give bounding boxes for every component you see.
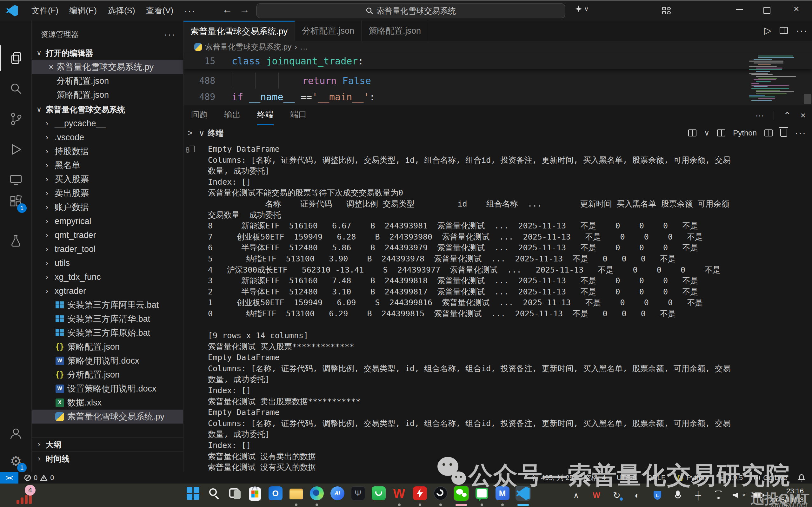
tree-item[interactable]: › {} W X 索普量化雪球交易系统.py bbox=[32, 410, 183, 424]
editor-tab[interactable]: {} 索普量化雪球交易系统.py × bbox=[183, 21, 295, 41]
tree-item[interactable]: › {} W X 账户数据 bbox=[32, 200, 183, 214]
taskbar-app-button[interactable] bbox=[182, 484, 203, 507]
taskbar-app-button[interactable] bbox=[203, 484, 224, 507]
activity-run-debug-button[interactable] bbox=[0, 137, 32, 162]
editor-more-actions-button[interactable]: ··· bbox=[796, 25, 808, 36]
settings-button[interactable]: ⚙ 1 bbox=[0, 448, 32, 474]
activity-search-button[interactable] bbox=[0, 76, 32, 101]
scrollbar-handle[interactable] bbox=[804, 94, 811, 104]
launch-profile-chevron-icon[interactable]: ∨ bbox=[704, 128, 710, 137]
panel-tab[interactable]: 输出 bbox=[224, 105, 240, 125]
close-icon[interactable]: × bbox=[46, 62, 56, 72]
tree-item[interactable]: › {} W X 数据.xlsx bbox=[32, 396, 183, 410]
menu-item[interactable]: 编辑(E) bbox=[64, 3, 102, 18]
open-editors-header[interactable]: ∨打开的编辑器 bbox=[32, 46, 183, 60]
panel-more-actions-button[interactable]: ··· bbox=[755, 110, 764, 121]
customize-layout-button[interactable] bbox=[662, 7, 671, 14]
nav-forward-button[interactable]: → bbox=[237, 4, 252, 15]
tree-item[interactable]: › {} W X utils bbox=[32, 256, 183, 270]
panel-nav-chevron-icon[interactable]: > bbox=[188, 128, 193, 137]
outline-section[interactable]: ›大纲 bbox=[32, 437, 183, 451]
menu-item[interactable]: 文件(F) bbox=[26, 3, 64, 18]
kill-terminal-button[interactable] bbox=[780, 129, 787, 137]
terminal-dropdown[interactable]: ∨终端 bbox=[199, 128, 223, 138]
activity-testing-button[interactable] bbox=[0, 228, 32, 253]
tree-item[interactable]: › {} W X 持股数据 bbox=[32, 145, 183, 158]
sidebar-more-button[interactable]: ··· bbox=[164, 29, 175, 40]
menu-more-button[interactable]: ··· bbox=[179, 3, 201, 18]
taskbar-app-button[interactable] bbox=[286, 484, 306, 507]
tree-item[interactable]: › {} W X 黑名单 bbox=[32, 158, 183, 172]
window-minimize-button[interactable] bbox=[736, 9, 743, 10]
taskbar-app-button[interactable]: Ψ bbox=[347, 484, 368, 507]
tree-item[interactable]: › {} W X 安装第三方库清华.bat bbox=[32, 312, 183, 326]
open-editor-item[interactable]: × {} 分析配置.json bbox=[32, 74, 183, 88]
tree-item[interactable]: › {} W X trader_tool bbox=[32, 242, 183, 256]
editor-tab[interactable]: {} 策略配置.json × bbox=[362, 21, 428, 41]
activity-explorer-button[interactable] bbox=[0, 45, 32, 71]
run-python-file-button[interactable]: ▷ bbox=[764, 25, 771, 36]
taskbar-app-button[interactable] bbox=[224, 484, 245, 507]
sticky-scroll-line[interactable]: 15 class joinquant_trader: bbox=[183, 53, 812, 69]
problems-status[interactable]: 0 0 bbox=[24, 474, 54, 482]
tree-item[interactable]: › {} W X xgtrader bbox=[32, 284, 183, 298]
open-editor-item[interactable]: × {} 策略配置.json bbox=[32, 88, 183, 102]
menu-item[interactable]: 选择(S) bbox=[102, 3, 141, 18]
remote-indicator[interactable]: >< bbox=[0, 472, 18, 484]
code-line-489[interactable]: 489 if __name__ =='__main__': bbox=[183, 89, 812, 105]
widgets-button[interactable]: 4 bbox=[15, 486, 44, 505]
terminal-output[interactable]: Empty DataFrame Columns: [名称, 证券代码, 调整比例… bbox=[208, 144, 805, 473]
tree-item[interactable]: › {} W X empyrical bbox=[32, 214, 183, 228]
tree-item[interactable]: › {} W X 买入股票 bbox=[32, 172, 183, 186]
panel-tab[interactable]: 问题 bbox=[191, 105, 208, 125]
window-maximize-button[interactable] bbox=[763, 7, 770, 14]
activity-extensions-button[interactable]: 1 bbox=[0, 189, 32, 214]
code-line-488[interactable]: 488 return False bbox=[183, 73, 812, 89]
tree-item[interactable]: › {} W X .vscode bbox=[32, 130, 183, 145]
tree-item[interactable]: › {} W X 安装第三方库阿里云.bat bbox=[32, 298, 183, 312]
split-terminal-button[interactable] bbox=[764, 129, 773, 136]
terminal-more-actions-button[interactable]: ··· bbox=[795, 127, 806, 138]
taskbar-app-button[interactable] bbox=[245, 484, 265, 507]
tree-item[interactable]: › {} W X 卖出股票 bbox=[32, 186, 183, 200]
tree-item[interactable]: › {} W X 安装第三方库原始.bat bbox=[32, 326, 183, 340]
taskbar-app-button[interactable]: AI bbox=[327, 484, 347, 507]
account-button[interactable] bbox=[0, 421, 32, 446]
project-section-header[interactable]: ∨索普量化雪球交易系统 bbox=[32, 103, 183, 116]
activity-source-control-button[interactable] bbox=[0, 106, 32, 132]
bell-icon[interactable] bbox=[798, 474, 805, 482]
tree-item[interactable]: › {} W X 分析配置.json bbox=[32, 368, 183, 382]
terminal-profile-label[interactable]: Python bbox=[733, 128, 757, 137]
command-center-search[interactable]: 索普量化雪球交易系统 bbox=[257, 3, 565, 18]
code-editor[interactable]: 15 class joinquant_trader: 488 return Fa… bbox=[183, 53, 812, 105]
menu-item[interactable]: 查看(V) bbox=[141, 3, 179, 18]
tree-item[interactable]: › {} W X __pycache__ bbox=[32, 116, 183, 130]
taskbar-app-button[interactable] bbox=[306, 484, 327, 507]
breadcrumb-more[interactable]: … bbox=[300, 43, 308, 51]
panel-tab[interactable]: 端口 bbox=[290, 105, 307, 125]
tree-item[interactable]: › {} W X xg_tdx_func bbox=[32, 270, 183, 284]
close-panel-button[interactable]: × bbox=[801, 110, 806, 121]
panel-tab[interactable]: 终端 bbox=[257, 105, 274, 125]
maximize-panel-button[interactable]: ⌃ bbox=[783, 110, 791, 121]
window-close-button[interactable]: × bbox=[794, 4, 799, 13]
tree-item[interactable]: › {} W X 设置策略使用说明.docx bbox=[32, 382, 183, 396]
tree-item[interactable]: › {} W X qmt_trader bbox=[32, 228, 183, 242]
breadcrumb[interactable]: 索普量化雪球交易系统.py › … bbox=[183, 41, 812, 53]
launch-profile-button[interactable] bbox=[688, 129, 696, 136]
taskbar-app-button[interactable] bbox=[410, 484, 430, 507]
copilot-button[interactable]: ∨ bbox=[575, 5, 589, 13]
taskbar-app-button[interactable]: O bbox=[265, 484, 286, 507]
breadcrumb-file[interactable]: 索普量化雪球交易系统.py bbox=[205, 42, 291, 52]
nav-back-button[interactable]: ← bbox=[220, 4, 234, 15]
taskbar-app-button[interactable]: W bbox=[389, 484, 410, 507]
taskbar-app-button[interactable] bbox=[368, 484, 389, 507]
open-editor-item[interactable]: × {} 索普量化雪球交易系统.py bbox=[32, 60, 183, 74]
tree-item[interactable]: › {} W X 策略配置.json bbox=[32, 340, 183, 354]
tree-item[interactable]: › {} W X 策略使用说明.docx bbox=[32, 354, 183, 368]
editor-tab[interactable]: {} 分析配置.json × bbox=[295, 21, 362, 41]
split-editor-button[interactable] bbox=[779, 27, 788, 34]
timeline-section[interactable]: ›时间线 bbox=[32, 451, 183, 466]
minimap[interactable] bbox=[749, 56, 803, 103]
taskbar-app-button[interactable] bbox=[430, 484, 451, 507]
